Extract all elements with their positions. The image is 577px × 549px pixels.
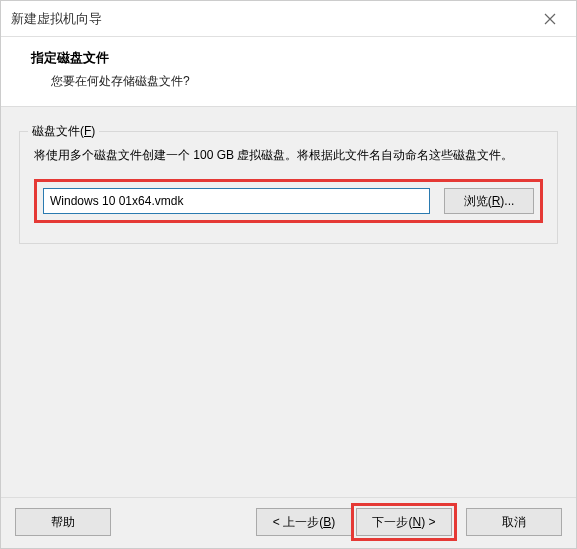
cancel-button[interactable]: 取消 <box>466 508 562 536</box>
disk-file-fieldset: 磁盘文件(F) 将使用多个磁盘文件创建一个 100 GB 虚拟磁盘。将根据此文件… <box>19 131 558 244</box>
browse-pre: 浏览( <box>464 194 492 208</box>
wizard-header: 指定磁盘文件 您要在何处存储磁盘文件? <box>1 37 576 107</box>
wizard-body: 磁盘文件(F) 将使用多个磁盘文件创建一个 100 GB 虚拟磁盘。将根据此文件… <box>1 107 576 497</box>
back-key: B <box>323 515 331 529</box>
back-post: ) <box>331 515 335 529</box>
wizard-window: 新建虚拟机向导 指定磁盘文件 您要在何处存储磁盘文件? 磁盘文件(F) 将使用多… <box>0 0 577 549</box>
disk-path-input[interactable] <box>43 188 430 214</box>
next-key: N <box>412 515 421 529</box>
close-icon[interactable] <box>530 1 570 37</box>
next-button[interactable]: 下一步(N) > <box>356 508 452 536</box>
fieldset-legend: 磁盘文件(F) <box>28 123 99 140</box>
disk-file-row: 浏览(R)... <box>34 179 543 223</box>
next-highlight: 下一步(N) > <box>351 503 457 541</box>
browse-button[interactable]: 浏览(R)... <box>444 188 534 214</box>
legend-post: ) <box>91 124 95 138</box>
help-button[interactable]: 帮助 <box>15 508 111 536</box>
next-post: ) > <box>421 515 435 529</box>
window-title: 新建虚拟机向导 <box>11 10 102 28</box>
fieldset-description: 将使用多个磁盘文件创建一个 100 GB 虚拟磁盘。将根据此文件名自动命名这些磁… <box>34 146 543 165</box>
titlebar: 新建虚拟机向导 <box>1 1 576 37</box>
wizard-footer: 帮助 < 上一步(B) 下一步(N) > 取消 <box>1 497 576 548</box>
back-pre: < 上一步( <box>273 515 323 529</box>
next-pre: 下一步( <box>372 515 412 529</box>
legend-pre: 磁盘文件( <box>32 124 84 138</box>
back-button[interactable]: < 上一步(B) <box>256 508 352 536</box>
page-subtitle: 您要在何处存储磁盘文件? <box>51 73 556 90</box>
page-title: 指定磁盘文件 <box>31 49 556 67</box>
browse-post: )... <box>500 194 514 208</box>
